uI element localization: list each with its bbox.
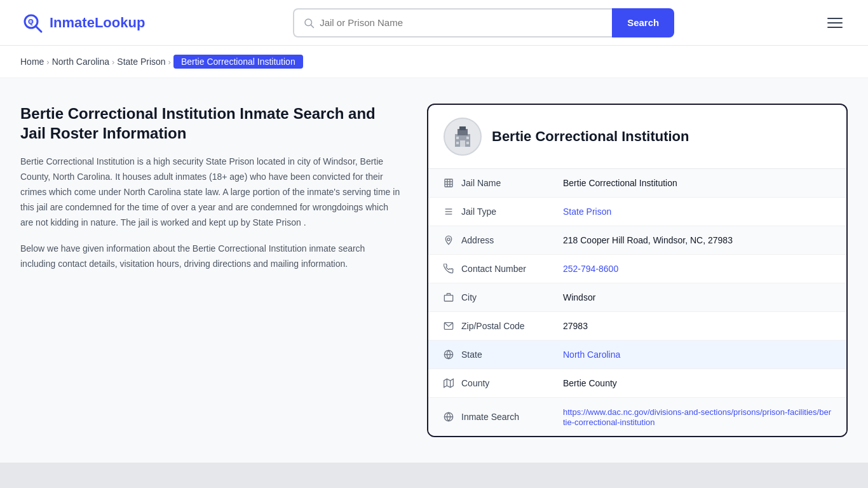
footer [0, 463, 868, 488]
table-row: Zip/Postal Code 27983 [428, 312, 846, 341]
breadcrumb-sep-1: › [46, 57, 49, 67]
table-row: City Windsor [428, 283, 846, 312]
table-row: County Bertie County [428, 369, 846, 398]
card-title: Bertie Correctional Institution [492, 128, 689, 145]
svg-rect-23 [444, 295, 452, 301]
zip-label: Zip/Postal Code [461, 321, 563, 331]
main-content: Bertie Correctional Institution Inmate S… [0, 78, 868, 463]
county-value: Bertie County [563, 378, 831, 388]
inmate-search-value: https://www.dac.nc.gov/divisions-and-sec… [563, 407, 831, 427]
map-icon [444, 378, 461, 388]
search-input-wrap [293, 8, 612, 37]
breadcrumb-sep-3: › [168, 57, 171, 67]
svg-rect-9 [460, 140, 465, 147]
state-link[interactable]: North Carolina [563, 349, 620, 360]
mail-icon [444, 321, 461, 331]
logo-icon: Q [20, 11, 44, 35]
breadcrumb: Home › North Carolina › State Prison › B… [0, 46, 868, 78]
address-label: Address [461, 235, 563, 245]
hamburger-menu[interactable] [822, 13, 848, 33]
city-label: City [461, 292, 563, 302]
inmate-search-link[interactable]: https://www.dac.nc.gov/divisions-and-sec… [563, 407, 831, 427]
building-icon [444, 178, 461, 188]
svg-rect-14 [445, 179, 452, 187]
state-label: State [461, 349, 563, 360]
hamburger-line-3 [827, 27, 843, 28]
inmate-search-label: Inmate Search [461, 412, 563, 422]
facility-avatar-icon [450, 124, 475, 149]
pin-icon [444, 235, 461, 245]
breadcrumb-sep-2: › [112, 57, 114, 67]
svg-line-1 [36, 26, 41, 32]
breadcrumb-current: Bertie Correctional Institution [173, 55, 303, 69]
table-row: Contact Number 252-794-8600 [428, 255, 846, 283]
web-icon [444, 412, 461, 422]
jail-name-label: Jail Name [461, 178, 563, 188]
svg-rect-8 [459, 126, 466, 130]
contact-label: Contact Number [461, 264, 563, 274]
header: Q InmateLookup Search [0, 0, 868, 46]
phone-link[interactable]: 252-794-8600 [563, 264, 618, 274]
logo-text: InmateLookup [50, 15, 145, 31]
breadcrumb-type[interactable]: State Prison [117, 57, 165, 67]
jail-type-value: State Prison [563, 207, 831, 217]
search-bar: Search [293, 8, 674, 37]
card-header: Bertie Correctional Institution [428, 105, 846, 169]
svg-rect-10 [456, 137, 459, 139]
globe-icon [444, 349, 461, 360]
contact-value: 252-794-8600 [563, 264, 831, 274]
table-row: Jail Type State Prison [428, 198, 846, 226]
zip-value: 27983 [563, 321, 831, 331]
search-icon [303, 17, 315, 29]
svg-rect-13 [466, 142, 469, 144]
county-label: County [461, 378, 563, 388]
phone-icon [444, 264, 461, 274]
jail-name-value: Bertie Correctional Institution [563, 178, 831, 188]
svg-line-5 [311, 25, 314, 27]
facility-avatar [444, 118, 482, 156]
page-title: Bertie Correctional Institution Inmate S… [20, 104, 402, 143]
description-para-1: Bertie Correctional Institution is a hig… [20, 154, 402, 230]
info-table: Jail Name Bertie Correctional Institutio… [428, 169, 846, 436]
logo[interactable]: Q InmateLookup [20, 11, 145, 35]
svg-rect-12 [456, 142, 459, 144]
city-value: Windsor [563, 292, 831, 302]
list-icon [444, 207, 461, 217]
table-row: Inmate Search https://www.dac.nc.gov/div… [428, 398, 846, 436]
table-row: Address 218 Cooper Hill Road, Windsor, N… [428, 226, 846, 255]
table-row: Jail Name Bertie Correctional Institutio… [428, 169, 846, 198]
table-row: State North Carolina [428, 341, 846, 369]
description-para-2: Below we have given information about th… [20, 241, 402, 272]
svg-text:Q: Q [28, 18, 34, 25]
jail-type-label: Jail Type [461, 207, 563, 217]
hamburger-line-2 [827, 22, 843, 24]
jail-type-link[interactable]: State Prison [563, 207, 611, 217]
left-panel: Bertie Correctional Institution Inmate S… [20, 104, 427, 437]
breadcrumb-home[interactable]: Home [20, 57, 44, 67]
city-icon [444, 292, 461, 302]
hamburger-line-1 [827, 18, 843, 19]
address-value: 218 Cooper Hill Road, Windsor, NC, 27983 [563, 235, 831, 245]
search-input[interactable] [320, 17, 603, 28]
svg-point-22 [447, 238, 450, 241]
state-value: North Carolina [563, 349, 831, 360]
breadcrumb-state[interactable]: North Carolina [52, 57, 109, 67]
info-card: Bertie Correctional Institution Jail Nam… [427, 104, 848, 437]
search-button[interactable]: Search [612, 8, 674, 37]
svg-marker-27 [444, 379, 454, 387]
svg-rect-11 [466, 137, 469, 139]
